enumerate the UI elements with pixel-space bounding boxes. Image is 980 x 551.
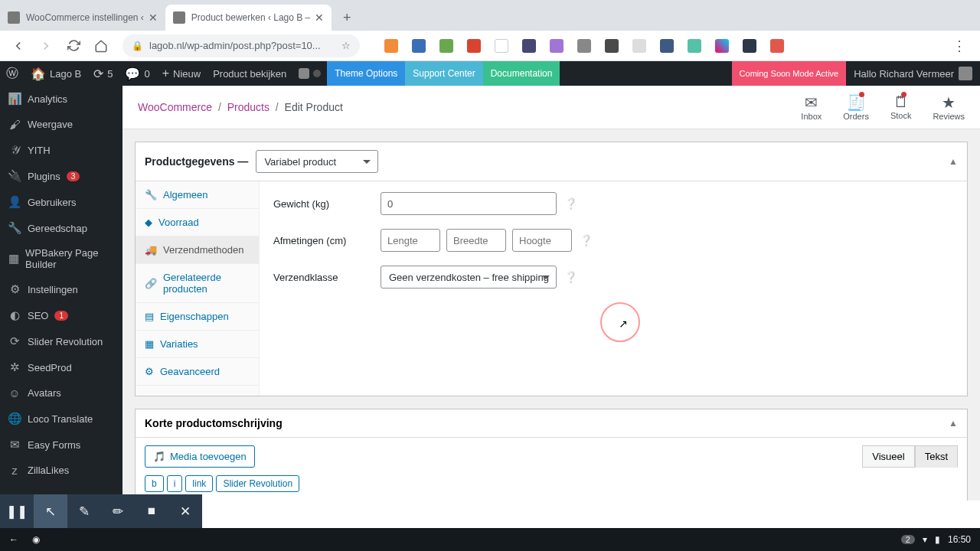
help-icon[interactable]: ❔ bbox=[580, 234, 593, 246]
extension-icon[interactable] bbox=[770, 39, 784, 53]
tab-shipping[interactable]: 🚚Verzendmethoden bbox=[136, 236, 259, 264]
visual-tab[interactable]: Visueel bbox=[862, 445, 914, 468]
sidebar-item-easyforms[interactable]: ✉Easy Forms bbox=[0, 432, 122, 458]
documentation-button[interactable]: Documentation bbox=[483, 61, 560, 86]
crumb-products[interactable]: Products bbox=[227, 101, 270, 113]
circle-icon[interactable]: ◉ bbox=[32, 534, 40, 545]
length-input[interactable] bbox=[381, 229, 440, 252]
extension-icon[interactable] bbox=[495, 39, 508, 53]
extension-icon[interactable] bbox=[439, 39, 453, 53]
close-button[interactable]: ✕ bbox=[168, 494, 202, 528]
home-button[interactable] bbox=[89, 34, 113, 58]
view-product[interactable]: Product bekijken bbox=[207, 61, 292, 86]
sidebar-item-seo[interactable]: ◐SEO1 bbox=[0, 302, 122, 328]
webcam-button[interactable]: ■ bbox=[135, 494, 168, 528]
sidebar-item-yith[interactable]: 𝒴YITH bbox=[0, 137, 122, 163]
notification-count[interactable]: 2 bbox=[901, 535, 915, 544]
back-button[interactable] bbox=[6, 34, 31, 58]
extension-icon[interactable] bbox=[467, 39, 481, 53]
site-name[interactable]: 🏠Lago B bbox=[24, 61, 87, 86]
sidebar-item-appearance[interactable]: 🖌Weergave bbox=[0, 112, 122, 137]
address-bar[interactable]: 🔒 lagob.nl/wp-admin/post.php?post=10... … bbox=[122, 34, 360, 57]
extension-icon[interactable] bbox=[577, 39, 591, 53]
battery-icon[interactable]: ▮ bbox=[935, 534, 940, 545]
shipping-class-select[interactable]: Geen verzendkosten – free shipping bbox=[381, 266, 557, 289]
back-icon[interactable]: ← bbox=[9, 534, 18, 545]
sidebar-item-analytics[interactable]: 📊Analytics bbox=[0, 86, 122, 112]
browser-menu-button[interactable]: ⋮ bbox=[952, 37, 966, 54]
bold-button[interactable]: b bbox=[145, 475, 164, 492]
highlighter-button[interactable]: ✏ bbox=[101, 494, 135, 528]
mail-icon: ✉ bbox=[805, 93, 818, 112]
help-icon[interactable]: ❔ bbox=[564, 197, 577, 210]
close-icon[interactable]: ✕ bbox=[149, 11, 158, 24]
product-type-select[interactable]: Variabel product bbox=[256, 150, 378, 173]
theme-toggle[interactable] bbox=[292, 61, 327, 86]
view-label: Product bekijken bbox=[213, 68, 286, 80]
sidebar-item-settings[interactable]: ⚙Instellingen bbox=[0, 276, 122, 302]
sidebar-item-zillalikes[interactable]: zZillaLikes bbox=[0, 458, 122, 483]
sidebar-item-plugins[interactable]: 🔌Plugins3 bbox=[0, 163, 122, 189]
collapse-icon[interactable]: ▲ bbox=[949, 418, 958, 429]
dimensions-label: Afmetingen (cm) bbox=[273, 235, 381, 246]
orders-button[interactable]: 🧾Orders bbox=[843, 93, 869, 121]
wp-logo[interactable]: ⓦ bbox=[0, 61, 24, 86]
editor-content[interactable]: elf of iemand anders met een cadeaubon v… bbox=[145, 500, 958, 500]
sidebar-item-loco[interactable]: 🌐Loco Translate bbox=[0, 406, 122, 432]
extension-icon[interactable] bbox=[743, 39, 756, 53]
height-input[interactable] bbox=[512, 229, 572, 252]
extension-icon[interactable] bbox=[605, 39, 619, 53]
new-tab-button[interactable]: + bbox=[336, 7, 358, 28]
tab-attributes[interactable]: ▤Eigenschappen bbox=[136, 303, 259, 331]
link-button[interactable]: link bbox=[185, 475, 213, 492]
extension-icon[interactable] bbox=[384, 39, 398, 53]
extension-icon[interactable] bbox=[550, 39, 564, 53]
forward-button[interactable] bbox=[34, 34, 58, 58]
extension-icon[interactable] bbox=[660, 39, 674, 53]
tab-advanced[interactable]: ⚙Geavanceerd bbox=[136, 358, 259, 386]
user-greeting[interactable]: Hallo Richard Vermeer bbox=[846, 67, 980, 80]
updates[interactable]: ⟳5 bbox=[87, 61, 119, 86]
tab-variations[interactable]: ▦Variaties bbox=[136, 331, 259, 358]
reload-button[interactable] bbox=[61, 34, 86, 58]
sidebar-item-users[interactable]: 👤Gebruikers bbox=[0, 189, 122, 215]
extension-icon[interactable] bbox=[632, 39, 646, 53]
tab-linked[interactable]: 🔗Gerelateerde producten bbox=[136, 264, 259, 303]
tab-general[interactable]: 🔧Algemeen bbox=[136, 181, 259, 209]
reviews-button[interactable]: ★Reviews bbox=[933, 93, 965, 121]
new-content[interactable]: +Nieuw bbox=[156, 61, 207, 86]
theme-options-button[interactable]: Theme Options bbox=[327, 61, 405, 86]
wifi-icon[interactable]: ▾ bbox=[923, 534, 927, 545]
sidebar-item-avatars[interactable]: ☺Avatars bbox=[0, 380, 122, 406]
browser-tab[interactable]: WooCommerce instellingen ‹ ✕ bbox=[0, 5, 165, 31]
text-tab[interactable]: Tekst bbox=[915, 445, 958, 468]
inbox-button[interactable]: ✉Inbox bbox=[801, 93, 822, 121]
sidebar-item-tools[interactable]: 🔧Gereedschap bbox=[0, 215, 122, 241]
stock-button[interactable]: 🗒Stock bbox=[890, 93, 912, 121]
collapse-icon[interactable]: ▲ bbox=[949, 156, 958, 167]
slider-revolution-button[interactable]: Slider Revolution bbox=[216, 475, 299, 492]
sidebar-item-seedprod[interactable]: ✲SeedProd bbox=[0, 354, 122, 380]
help-icon[interactable]: ❔ bbox=[564, 271, 577, 283]
extension-icon[interactable] bbox=[715, 39, 729, 53]
close-icon[interactable]: ✕ bbox=[315, 11, 324, 24]
italic-button[interactable]: i bbox=[167, 475, 183, 492]
browser-tab-active[interactable]: Product bewerken ‹ Lago B – ✕ bbox=[165, 5, 332, 31]
tab-inventory[interactable]: ◆Voorraad bbox=[136, 209, 259, 236]
comments[interactable]: 💬0 bbox=[119, 61, 155, 86]
add-media-button[interactable]: 🎵Media toevoegen bbox=[145, 445, 255, 468]
support-center-button[interactable]: Support Center bbox=[405, 61, 482, 86]
pointer-button[interactable]: ↖ bbox=[34, 494, 67, 528]
sidebar-item-slider[interactable]: ⟳Slider Revolution bbox=[0, 328, 122, 354]
extension-icon[interactable] bbox=[522, 39, 536, 53]
weight-input[interactable] bbox=[381, 192, 557, 215]
width-input[interactable] bbox=[446, 229, 506, 252]
pause-button[interactable]: ❚❚ bbox=[0, 494, 34, 528]
pen-button[interactable]: ✎ bbox=[67, 494, 101, 528]
extension-icon[interactable] bbox=[412, 39, 426, 53]
clock[interactable]: 16:50 bbox=[948, 534, 971, 545]
crumb-woocommerce[interactable]: WooCommerce bbox=[138, 101, 212, 113]
sidebar-item-wpbakery[interactable]: ▦WPBakery Page Builder bbox=[0, 241, 122, 276]
extension-icon[interactable] bbox=[688, 39, 701, 53]
bookmark-icon[interactable]: ☆ bbox=[341, 40, 351, 51]
